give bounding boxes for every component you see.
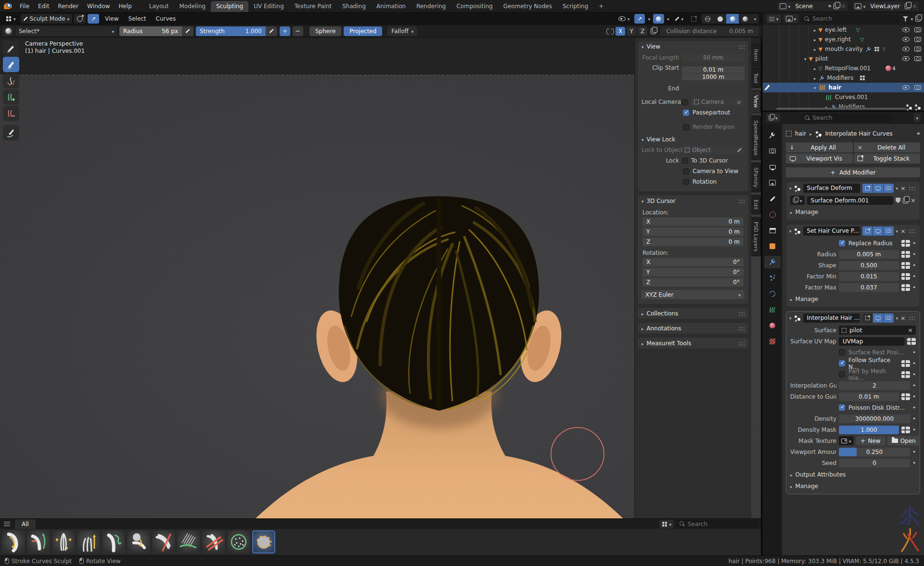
toggle-stack-button[interactable]: Toggle Stack: [854, 153, 921, 164]
brush-selection-paint[interactable]: [252, 530, 275, 553]
tab-render[interactable]: [764, 145, 781, 157]
poisson-disk-checkbox[interactable]: [839, 404, 845, 411]
delete-modifier-icon[interactable]: [900, 227, 906, 235]
modifier-name-field[interactable]: Surface Deform: [803, 184, 860, 193]
tab-material[interactable]: [764, 319, 781, 332]
properties-search-input[interactable]: [813, 114, 889, 121]
brush-comb[interactable]: [2, 530, 25, 553]
animate-dot[interactable]: [912, 449, 916, 455]
breadcrumb-object[interactable]: hair: [795, 130, 806, 137]
brush-delete[interactable]: [202, 530, 225, 553]
workspace-tab-rendering[interactable]: Rendering: [411, 1, 451, 12]
factor-min-field[interactable]: 0.015: [839, 272, 899, 281]
lock-rotation-checkbox[interactable]: [683, 179, 689, 185]
shelf-search-input[interactable]: [688, 521, 755, 528]
workspace-tab-modeling[interactable]: Modeling: [174, 1, 211, 12]
tab-particles[interactable]: [764, 272, 781, 284]
tab-output[interactable]: [764, 161, 781, 173]
follow-surface-normal-checkbox[interactable]: [839, 360, 845, 366]
workspace-tab-geometry-nodes[interactable]: Geometry Nodes: [498, 1, 557, 12]
workspace-tab-shading[interactable]: Shading: [337, 1, 371, 12]
shading-dropdown[interactable]: [751, 14, 759, 24]
passepartout-checkbox[interactable]: [683, 110, 689, 116]
viewport-3d[interactable]: Camera Perspective (1) hair | Curves.001…: [0, 38, 762, 555]
workspace-tab-sculpting[interactable]: Sculpting: [211, 1, 248, 12]
panel-drag-grip[interactable]: [738, 311, 744, 316]
sidebar-tab-item[interactable]: Item: [751, 44, 761, 66]
apply-all-button[interactable]: ↓Apply All: [786, 142, 853, 152]
animate-dot[interactable]: [912, 460, 916, 466]
edit-mode-toggle[interactable]: [862, 314, 873, 323]
edit-mode-toggle[interactable]: [862, 184, 873, 193]
cursor-rotation-z-field[interactable]: Z0°: [642, 278, 744, 287]
node-group-name-field[interactable]: Surface Deform.001: [807, 196, 894, 205]
node-group-type-button[interactable]: [790, 196, 805, 205]
brush-density-points[interactable]: [227, 530, 250, 553]
outliner-row-eye-left[interactable]: eye.left: [763, 25, 924, 35]
realtime-toggle[interactable]: [873, 184, 883, 193]
animate-dot[interactable]: [912, 360, 916, 367]
seed-field[interactable]: 0: [839, 459, 910, 467]
panel-drag-grip[interactable]: [738, 341, 744, 346]
sidebar-tab-view[interactable]: View: [751, 90, 761, 113]
object-visibility-dropdown[interactable]: [616, 14, 633, 24]
outliner-row-modifiers-pilot[interactable]: Modifiers: [763, 73, 924, 83]
modifier-header[interactable]: Set Hair Curve P...: [786, 225, 920, 237]
add-workspace-button[interactable]: +: [593, 1, 609, 12]
attribute-toggle[interactable]: [901, 371, 910, 378]
shelf-display-dropdown[interactable]: [659, 520, 674, 528]
curve-falloff-toggle[interactable]: [74, 14, 86, 24]
attribute-toggle[interactable]: [907, 338, 916, 345]
overlays-dropdown[interactable]: [666, 14, 670, 24]
render-toggle[interactable]: [884, 314, 894, 323]
animate-dot[interactable]: [912, 427, 916, 433]
cursor-location-y-field[interactable]: Y0 m: [642, 227, 744, 236]
animate-dot[interactable]: [912, 349, 916, 356]
outliner-filter-type-dropdown[interactable]: [783, 14, 799, 23]
hide-viewport-toggle[interactable]: [902, 85, 910, 90]
subtract-mode-button[interactable]: [293, 26, 303, 36]
view-lock-subpanel-header[interactable]: View Lock: [642, 135, 744, 144]
workspace-tab-compositing[interactable]: Compositing: [451, 1, 498, 12]
collapse-icon[interactable]: [814, 84, 816, 91]
tab-scene[interactable]: [764, 192, 781, 205]
menu-render[interactable]: Render: [53, 3, 83, 10]
tab-object[interactable]: [764, 240, 781, 252]
expand-icon[interactable]: [814, 36, 816, 43]
sidebar-tab-edit[interactable]: Edit: [751, 195, 761, 214]
manage-subpanel[interactable]: Manage: [790, 207, 916, 217]
workspace-tab-layout[interactable]: Layout: [144, 1, 174, 12]
blender-logo-icon[interactable]: [4, 3, 12, 9]
clip-end-field[interactable]: 1000 m: [682, 74, 744, 80]
disable-render-toggle[interactable]: [914, 27, 921, 32]
tab-physics[interactable]: [764, 288, 781, 300]
interpolation-guides-field[interactable]: 2: [839, 381, 910, 390]
tool-add[interactable]: [3, 89, 19, 105]
shading-wireframe-button[interactable]: [701, 14, 714, 24]
scene-selector[interactable]: Scene: [778, 1, 848, 11]
cursor-rotation-x-field[interactable]: X0°: [642, 258, 744, 266]
falloff-dropdown[interactable]: Falloff: [387, 26, 417, 36]
hide-viewport-toggle[interactable]: [902, 56, 910, 61]
outliner-row-hair[interactable]: hair: [763, 83, 924, 92]
panel-drag-grip[interactable]: [738, 199, 744, 203]
gizmo-dropdown[interactable]: [647, 14, 651, 24]
modifier-header[interactable]: Interpolate Hair ...: [786, 312, 920, 324]
focal-length-field[interactable]: 50 mm: [682, 53, 744, 62]
sidebar-tab-speedretopo[interactable]: SpeedRetopo: [751, 115, 761, 160]
camera-to-view-checkbox[interactable]: [683, 168, 689, 175]
tab-texture[interactable]: [764, 335, 781, 348]
brush-selector-dropdown[interactable]: Select*: [16, 26, 117, 36]
sidebar-tab-tool[interactable]: Tool: [751, 68, 761, 88]
tool-density[interactable]: [3, 73, 19, 88]
eyedropper-toggle[interactable]: [672, 14, 686, 24]
shape-field[interactable]: 0.500: [839, 261, 899, 270]
view-panel-header[interactable]: View: [638, 41, 748, 52]
animate-dot[interactable]: [912, 393, 916, 400]
outliner-row-mouth-cavity[interactable]: mouth cavity: [763, 44, 924, 54]
modifier-name-field[interactable]: Set Hair Curve P...: [803, 226, 860, 236]
panel-drag-grip[interactable]: [738, 326, 744, 331]
brush-preview-button[interactable]: [3, 26, 13, 36]
expand-icon[interactable]: [814, 65, 816, 72]
render-region-checkbox[interactable]: [683, 124, 689, 130]
